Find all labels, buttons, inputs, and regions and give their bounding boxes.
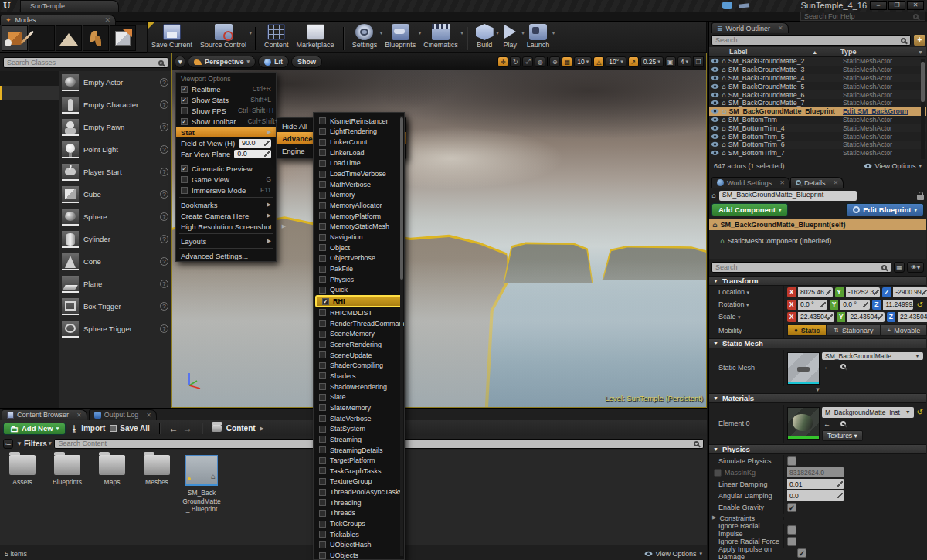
expand-section-icon[interactable]: ▼ bbox=[709, 386, 926, 393]
help-icon[interactable]: ? bbox=[160, 280, 168, 288]
tab-content-browser[interactable]: Content Browser✕ bbox=[2, 409, 87, 420]
tab-details[interactable]: Details✕ bbox=[790, 177, 844, 188]
find-in-browser-icon[interactable] bbox=[840, 421, 846, 426]
x-value[interactable]: 0.0 ° bbox=[798, 300, 827, 310]
ignore-radial-impulse-checkbox[interactable] bbox=[787, 525, 796, 535]
stat-option[interactable]: UObjects bbox=[314, 550, 404, 560]
outliner-row[interactable]: ⌂ SM_BackGroundMatte_Blueprint Edit SM_B… bbox=[709, 107, 926, 116]
mobility-option[interactable]: ●Static bbox=[787, 324, 827, 336]
stat-option[interactable]: MemoryAllocator bbox=[314, 200, 404, 211]
browse-back-icon[interactable]: ← bbox=[823, 363, 830, 371]
stat-option[interactable]: ✓RHI bbox=[315, 295, 402, 307]
fov-input[interactable]: 90.0 bbox=[239, 139, 271, 148]
modes-category[interactable] bbox=[0, 144, 59, 159]
stat-option[interactable]: KismetReinstancer bbox=[314, 116, 404, 127]
minimize-button[interactable]: – bbox=[870, 1, 887, 10]
help-search-input[interactable] bbox=[801, 12, 909, 20]
visibility-eye-icon[interactable] bbox=[711, 100, 719, 106]
stat-option[interactable]: Slate bbox=[314, 392, 404, 402]
visibility-eye-icon[interactable] bbox=[711, 117, 719, 123]
stat-option[interactable]: StreamingDetails bbox=[314, 445, 404, 456]
menu-check-item[interactable]: ✓Cinematic Preview bbox=[176, 163, 276, 174]
static-mesh-combo[interactable]: SM_BackGroundMatte▼ bbox=[822, 352, 923, 360]
camera-speed-value[interactable]: 4▾ bbox=[677, 56, 691, 67]
stat-option[interactable]: Shaders bbox=[314, 371, 404, 382]
stat-option[interactable]: SceneMemory bbox=[314, 328, 404, 339]
enable-gravity-checkbox[interactable]: ✓ bbox=[787, 503, 796, 512]
help-icon[interactable]: ? bbox=[160, 212, 168, 221]
add-new-button[interactable]: 🗀Add New▾ bbox=[3, 423, 66, 435]
content-item[interactable]: ⌂ SM_Back GroundMatte_ Blueprint bbox=[182, 455, 221, 514]
find-in-browser-icon[interactable] bbox=[840, 364, 846, 369]
toolbar-button[interactable]: Save Current bbox=[148, 22, 196, 52]
outliner-row[interactable]: ⌂ SM_BottomTrim_4 StaticMeshActor bbox=[709, 124, 926, 132]
menu-check-item[interactable]: Show FPSCtrl+Shift+H bbox=[176, 105, 276, 116]
linear-damping-input[interactable]: 0.01 bbox=[787, 479, 844, 489]
breadcrumb[interactable]: Content bbox=[226, 424, 256, 433]
toolbar-button[interactable]: Build ▾ bbox=[472, 22, 497, 52]
perspective-button[interactable]: Perspective▾ bbox=[188, 56, 256, 68]
search-classes-input[interactable] bbox=[4, 59, 154, 66]
stat-option[interactable]: LightRendering bbox=[314, 127, 404, 137]
stat-option[interactable]: Threads bbox=[314, 508, 404, 519]
textures-button[interactable]: Textures ▾ bbox=[822, 430, 863, 441]
help-icon[interactable]: ? bbox=[160, 145, 168, 154]
section-static-mesh[interactable]: ▼Static Mesh bbox=[709, 338, 926, 348]
outliner-row[interactable]: ⌂ SM_BackGroundMatte_6 StaticMeshActor bbox=[709, 90, 926, 99]
level-editor-tab[interactable]: SunTemple bbox=[20, 0, 119, 12]
z-value[interactable]: 22.43504 bbox=[898, 312, 927, 322]
scale-snap-value[interactable]: 0.25▾ bbox=[640, 56, 664, 67]
stat-option[interactable]: SlateMemory bbox=[314, 402, 404, 413]
outliner-row[interactable]: ⌂ SM_BackGroundMatte_3 StaticMeshActor bbox=[709, 66, 926, 74]
stat-option[interactable]: TextureGroup bbox=[314, 477, 404, 487]
help-icon[interactable]: ? bbox=[160, 324, 168, 333]
stat-option[interactable]: TaskGraphTasks bbox=[314, 466, 404, 477]
toolbar-button[interactable]: Launch ▾ bbox=[523, 22, 554, 52]
z-value[interactable]: 11.24999 bbox=[883, 300, 912, 310]
close-icon[interactable]: ✕ bbox=[778, 25, 783, 32]
mobility-option[interactable]: +Movable bbox=[881, 324, 927, 336]
toolbar-button[interactable]: Source Control ▾ bbox=[196, 22, 250, 52]
placeable-item[interactable]: Player Start ? bbox=[59, 161, 171, 183]
placeable-item[interactable]: Cube ? bbox=[59, 183, 171, 205]
maximize-viewport-icon[interactable]: ❐ bbox=[693, 56, 704, 67]
stat-option[interactable]: LoadTimeVerbose bbox=[314, 168, 404, 179]
help-icon[interactable]: ? bbox=[160, 257, 168, 266]
filter-icon[interactable]: ▼ bbox=[918, 49, 923, 55]
help-icon[interactable]: ? bbox=[160, 100, 168, 109]
stat-option[interactable]: ShaderCompiling bbox=[314, 360, 404, 371]
help-icon[interactable]: ? bbox=[160, 302, 168, 311]
visibility-eye-icon[interactable] bbox=[711, 134, 719, 140]
import-button[interactable]: ⭳Import bbox=[70, 424, 105, 433]
placeable-item[interactable]: Empty Pawn ? bbox=[59, 116, 171, 138]
stat-option[interactable]: SlateVerbose bbox=[314, 413, 404, 424]
column-label[interactable]: Label bbox=[709, 48, 812, 56]
mode-foliage[interactable] bbox=[83, 25, 109, 51]
z-value[interactable]: -2900.99 bbox=[893, 287, 927, 297]
component-row-inherited[interactable]: ⌂StaticMeshComponent (Inherited) bbox=[709, 235, 926, 246]
close-icon[interactable]: ✕ bbox=[779, 179, 785, 186]
modes-category[interactable] bbox=[0, 115, 59, 130]
details-search-input[interactable] bbox=[712, 263, 878, 271]
visibility-eye-icon[interactable] bbox=[711, 83, 719, 90]
x-value[interactable]: 8025.46 bbox=[798, 287, 833, 297]
menu-item-advanced-settings[interactable]: Advanced Settings... bbox=[176, 250, 276, 261]
outliner-row[interactable]: ⌂ SM_BackGroundMatte_4 StaticMeshActor bbox=[709, 74, 926, 83]
mode-geometry[interactable] bbox=[110, 25, 136, 51]
stat-option[interactable]: ObjectVerbose bbox=[314, 253, 404, 264]
scale-tool-icon[interactable]: ⤢ bbox=[522, 56, 533, 67]
stat-option[interactable]: Tickables bbox=[314, 529, 404, 540]
mobility-option[interactable]: ⇅Stationary bbox=[827, 324, 880, 336]
stat-list-scrollbar[interactable] bbox=[400, 116, 403, 556]
lit-button[interactable]: Lit bbox=[258, 56, 289, 68]
restore-button[interactable]: ❐ bbox=[888, 1, 905, 10]
outliner-row[interactable]: ⌂ SM_BottomTrim_6 StaticMeshActor bbox=[709, 141, 926, 149]
angular-damping-input[interactable]: 0.0 bbox=[787, 490, 844, 501]
help-icon[interactable]: ? bbox=[160, 168, 168, 176]
stat-option[interactable]: Streaming bbox=[314, 434, 404, 445]
stat-option[interactable]: Physics bbox=[314, 274, 404, 285]
save-all-button[interactable]: Save All bbox=[110, 424, 150, 433]
y-value[interactable]: -16252.3 bbox=[846, 287, 881, 297]
tab-output-log[interactable]: Output Log✕ bbox=[89, 409, 157, 420]
property-matrix-icon[interactable]: ▦ bbox=[894, 262, 905, 273]
